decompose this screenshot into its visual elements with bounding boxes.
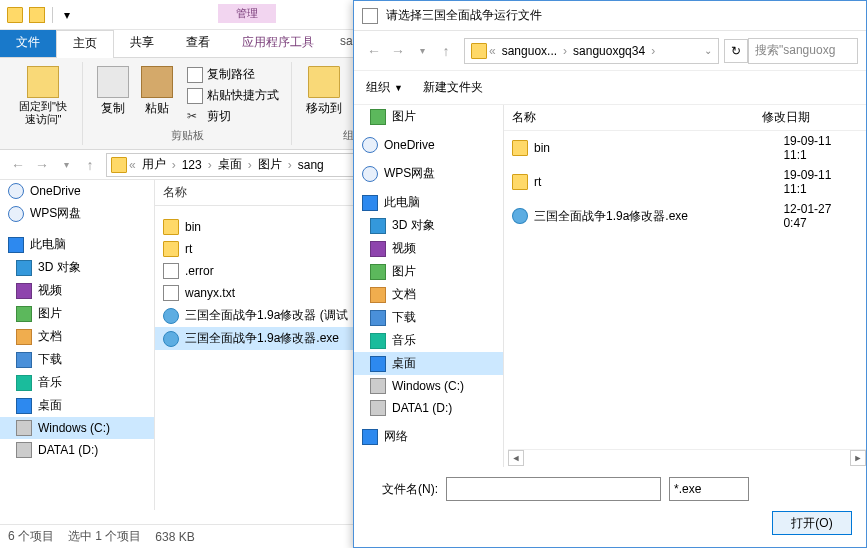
dlg-col-date[interactable]: 修改日期: [762, 109, 810, 126]
main-close[interactable]: ✕: [821, 0, 866, 1]
crumb-pictures[interactable]: 图片: [254, 156, 286, 173]
main-min[interactable]: —: [731, 0, 776, 1]
dlg-side-videos[interactable]: 视频: [354, 237, 503, 260]
tab-view[interactable]: 查看: [170, 30, 226, 57]
open-button[interactable]: 打开(O): [772, 511, 852, 535]
shortcut-icon: [187, 88, 203, 104]
side-music[interactable]: 音乐: [0, 371, 154, 394]
app-icon: [7, 7, 23, 23]
dlg-search[interactable]: 搜索"sanguoxg: [748, 38, 858, 64]
dlg-crumb1[interactable]: sanguox...: [498, 44, 561, 58]
paste-label: 粘贴: [145, 100, 169, 117]
dlg-toolbar: 组织 ▼ 新建文件夹: [354, 71, 866, 105]
network-icon: [362, 429, 378, 445]
paste-icon: [141, 66, 173, 98]
dlg-side-pictures[interactable]: 图片: [354, 105, 503, 128]
qat-sep: [52, 7, 58, 23]
refresh-button[interactable]: ↻: [724, 39, 748, 63]
dlg-side-wps[interactable]: WPS网盘: [354, 162, 503, 185]
filename-label: 文件名(N):: [368, 481, 438, 498]
video-icon: [16, 283, 32, 299]
dlg-forward[interactable]: →: [386, 39, 410, 63]
addr-icon: [111, 157, 127, 173]
ribbon-group-pin: 固定到"快速访问": [4, 62, 83, 145]
nav-recent[interactable]: ▾: [54, 153, 78, 177]
side-wps[interactable]: WPS网盘: [0, 202, 154, 225]
side-videos[interactable]: 视频: [0, 279, 154, 302]
copy-label: 复制: [101, 100, 125, 117]
dlg-side-onedrive[interactable]: OneDrive: [354, 134, 503, 156]
side-pictures[interactable]: 图片: [0, 302, 154, 325]
down-icon: [16, 352, 32, 368]
dlg-side-documents[interactable]: 文档: [354, 283, 503, 306]
crumb-123[interactable]: 123: [178, 158, 206, 172]
dlg-recent[interactable]: ▾: [410, 39, 434, 63]
crumb-desktop[interactable]: 桌面: [214, 156, 246, 173]
crumb-user[interactable]: 用户: [138, 156, 170, 173]
scroll-left[interactable]: ◄: [508, 450, 524, 466]
addr-dropdown[interactable]: ⌄: [704, 45, 712, 56]
side-ddrive[interactable]: DATA1 (D:): [0, 439, 154, 461]
pin-icon: [27, 66, 59, 98]
nav-up[interactable]: ↑: [78, 153, 102, 177]
side-thispc[interactable]: 此电脑: [0, 233, 154, 256]
dlg-side-3d[interactable]: 3D 对象: [354, 214, 503, 237]
exe-icon: [163, 308, 179, 324]
dialog-icon: [362, 8, 378, 24]
qat-dropdown[interactable]: ▾: [64, 8, 70, 22]
side-3d[interactable]: 3D 对象: [0, 256, 154, 279]
doc-icon: [370, 287, 386, 303]
dialog-titlebar: 请选择三国全面战争运行文件: [354, 1, 866, 31]
dlg-side-desktop[interactable]: 桌面: [354, 352, 503, 375]
dlg-crumb2[interactable]: sanguoxgq34: [569, 44, 649, 58]
dlg-side-music[interactable]: 音乐: [354, 329, 503, 352]
tab-file[interactable]: 文件: [0, 30, 56, 57]
dlg-back[interactable]: ←: [362, 39, 386, 63]
nav-forward[interactable]: →: [30, 153, 54, 177]
nav-back[interactable]: ←: [6, 153, 30, 177]
paste-shortcut-button[interactable]: 粘贴快捷方式: [183, 85, 283, 106]
dlg-side-pictures2[interactable]: 图片: [354, 260, 503, 283]
cut-button[interactable]: ✂剪切: [183, 106, 283, 127]
dlg-side-cdrive[interactable]: Windows (C:): [354, 375, 503, 397]
dlg-file-rt[interactable]: rt19-09-11 11:1: [504, 165, 866, 199]
folder-icon: [163, 241, 179, 257]
dlg-side-ddrive[interactable]: DATA1 (D:): [354, 397, 503, 419]
tab-home[interactable]: 主页: [56, 30, 114, 58]
filename-input[interactable]: [446, 477, 661, 501]
dlg-up[interactable]: ↑: [434, 39, 458, 63]
side-cdrive[interactable]: Windows (C:): [0, 417, 154, 439]
side-documents[interactable]: 文档: [0, 325, 154, 348]
copy-button[interactable]: 复制: [91, 64, 135, 127]
scroll-right[interactable]: ►: [850, 450, 866, 466]
dlg-file-exe[interactable]: 三国全面战争1.9a修改器.exe12-01-27 0:47: [504, 199, 866, 233]
dlg-bottom: 文件名(N): *.exe 打开(O): [354, 467, 866, 548]
tab-tools[interactable]: 应用程序工具: [226, 30, 330, 57]
side-downloads[interactable]: 下载: [0, 348, 154, 371]
newfolder-button[interactable]: 新建文件夹: [423, 79, 483, 96]
dlg-col-name[interactable]: 名称: [512, 109, 762, 126]
dlg-side-network[interactable]: 网络: [354, 425, 503, 448]
tab-share[interactable]: 共享: [114, 30, 170, 57]
dlg-side-downloads[interactable]: 下载: [354, 306, 503, 329]
qat-btn[interactable]: [29, 7, 45, 23]
pic-icon: [370, 109, 386, 125]
side-desktop[interactable]: 桌面: [0, 394, 154, 417]
crumb-sang[interactable]: sang: [294, 158, 328, 172]
filter-combo[interactable]: *.exe: [669, 477, 749, 501]
folder-icon: [163, 219, 179, 235]
paste-button[interactable]: 粘贴: [135, 64, 179, 127]
moveto-button[interactable]: 移动到: [300, 64, 348, 119]
dlg-address[interactable]: « sanguox...› sanguoxgq34› ⌄: [464, 38, 719, 64]
txt-icon: [163, 285, 179, 301]
ribbon-group-clipboard: 复制 粘贴 复制路径 粘贴快捷方式 ✂剪切 剪贴板: [83, 62, 292, 145]
copy-path-button[interactable]: 复制路径: [183, 64, 283, 85]
main-max[interactable]: □: [776, 0, 821, 1]
desk-icon: [16, 398, 32, 414]
dlg-side-thispc[interactable]: 此电脑: [354, 191, 503, 214]
file-icon: [163, 263, 179, 279]
dlg-file-bin[interactable]: bin19-09-11 11:1: [504, 131, 866, 165]
side-onedrive[interactable]: OneDrive: [0, 180, 154, 202]
organize-button[interactable]: 组织 ▼: [366, 79, 403, 96]
pin-button[interactable]: 固定到"快速访问": [12, 64, 74, 128]
